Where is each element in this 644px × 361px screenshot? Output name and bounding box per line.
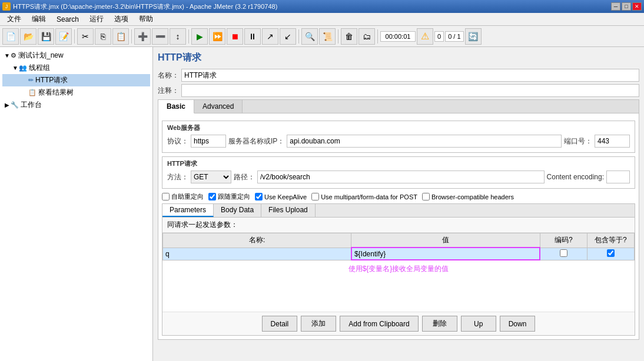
tab-advanced[interactable]: Advanced [194,100,243,113]
table-row[interactable]: q ${Identify} [163,248,635,260]
close-button[interactable]: ✕ [632,2,642,11]
add-button[interactable]: ➕ [134,28,151,45]
bottom-buttons: Detail 添加 Add from Clipboard 删除 Up Down [162,312,635,335]
menu-options[interactable]: 选项 [109,13,133,25]
method-row: 方法： GET POST PUT DELETE 路径： Content enco… [167,171,630,183]
tree-item-group[interactable]: ▼ 👥 线程组 [2,62,150,74]
encode-checkbox[interactable] [560,249,567,257]
inner-tab-files-upload[interactable]: Files Upload [261,204,316,217]
browser-headers-checkbox[interactable] [422,193,430,200]
checkbox-browser: Browser-compatible headers [422,193,514,200]
search-tool-button[interactable]: 🔍 [301,28,318,45]
http-label: HTTP请求 [35,75,68,85]
add-param-button[interactable]: 添加 [301,316,336,332]
server-input[interactable] [287,135,562,148]
elapsed-time: 00:00:01 [380,31,416,42]
server-row: 协议： 服务器名称或IP： 端口号： [167,135,630,148]
log-button[interactable]: 📜 [319,28,336,45]
method-label: 方法： [167,172,188,182]
new-button[interactable]: 📄 [2,28,19,45]
multipart-checkbox[interactable] [311,193,319,200]
down-button[interactable]: Down [500,316,536,332]
start-no-pause-button[interactable]: ⏩ [209,28,225,45]
cut-button[interactable]: ✂ [77,28,94,45]
checkbox-auto: 自助重定向 [162,192,204,201]
tab-basic[interactable]: Basic [158,100,194,113]
path-input[interactable] [257,171,545,183]
col-value: 值 [351,233,540,248]
encoding-input[interactable] [606,171,630,183]
params-table: 名称: 值 编码? 包含等于? q ${Identify [162,233,635,260]
detail-button[interactable]: Detail [262,316,298,332]
title-bar: J HTTPS请求.jmx (D:\apache-jmeter-3.2\bin\… [0,0,644,13]
inner-tab-parameters[interactable]: Parameters [162,204,214,217]
up-button[interactable]: Up [461,316,496,332]
test-plan-tree: ▼ ⚙ 测试计划_new ▼ 👥 线程组 ✏ HTTP请求 📋 察看结果树 ▶ … [0,47,153,361]
tree-item-result-tree[interactable]: 📋 察看结果树 [2,86,150,99]
stop-button[interactable]: ⏹ [227,28,243,45]
menu-run[interactable]: 运行 [85,13,108,25]
col-name: 名称: [163,233,351,248]
separator-1 [74,29,75,44]
maximize-button[interactable]: □ [622,2,631,11]
menu-help[interactable]: 帮助 [134,13,158,25]
expander-plan: ▼ [4,52,11,59]
start-button[interactable]: ▶ [191,28,208,45]
follow-redirect-checkbox[interactable] [208,193,216,200]
menu-search[interactable]: Search [52,14,84,25]
clear-button[interactable]: 🗑 [341,28,357,45]
method-select[interactable]: GET POST PUT DELETE [191,171,231,183]
inner-tabs-content: 同请求一起发送参数： 名称: 值 编码? 包含等于? [162,218,635,312]
plan-icon: ⚙ [11,52,16,59]
comment-label: 注释： [158,86,179,96]
paste-button[interactable]: 📋 [112,28,129,45]
minimize-button[interactable]: ─ [611,2,620,11]
delete-button[interactable]: 删除 [422,316,457,332]
warning-count: 0 [434,31,444,42]
http-icon: ✏ [28,76,34,84]
warning-icon: ⚠ [417,28,433,45]
menu-bar: 文件 编辑 Search 运行 选项 帮助 [0,13,644,26]
duplicate-button[interactable]: ↕ [170,28,186,45]
panel-title: HTTP请求 [158,52,639,64]
name-input[interactable] [181,69,639,82]
shutdown-button[interactable]: ⏸ [244,28,261,45]
remove-button[interactable]: ➖ [152,28,168,45]
include-checkbox[interactable] [607,249,615,257]
workbench-label: 工作台 [21,100,42,110]
inner-tab-body-data[interactable]: Body Data [214,204,261,217]
saveas-button[interactable]: 📝 [55,28,72,45]
http-request-section: HTTP请求 方法： GET POST PUT DELETE 路径： C [162,156,635,189]
protocol-input[interactable] [191,135,226,148]
refresh-button[interactable]: 🔄 [465,28,482,45]
plan-label: 测试计划_new [18,51,64,61]
tree-item-plan[interactable]: ▼ ⚙ 测试计划_new [2,49,150,62]
keepalive-checkbox[interactable] [255,193,263,200]
app-icon: J [2,2,11,11]
checkbox-row: 自助重定向 跟随重定向 Use KeepAlive Use multi [162,192,635,201]
clear-all-button[interactable]: 🗂 [358,28,375,45]
save-button[interactable]: 💾 [38,28,54,45]
open-button[interactable]: 📂 [20,28,36,45]
auto-redirect-label: 自助重定向 [171,192,204,201]
protocol-label: 协议： [167,136,188,146]
auto-redirect-checkbox[interactable] [162,193,170,200]
separator-6 [377,29,378,44]
right-panel: HTTP请求 名称： 注释： Basic Advanced [153,47,644,361]
result-icon: 📋 [28,89,36,96]
params-header: 同请求一起发送参数： [162,218,635,233]
workbench-icon: 🔧 [11,101,19,109]
menu-file[interactable]: 文件 [2,13,26,25]
menu-edit[interactable]: 编辑 [27,13,51,25]
path-label: 路径： [234,172,255,182]
copy-button[interactable]: ⎘ [95,28,111,45]
remote-stop-button[interactable]: ↙ [280,28,296,45]
tree-item-http[interactable]: ✏ HTTP请求 [2,74,150,86]
tree-item-workbench[interactable]: ▶ 🔧 工作台 [2,99,150,111]
comment-input[interactable] [181,84,639,97]
add-clipboard-button[interactable]: Add from Clipboard [340,316,418,332]
expander-group: ▼ [12,65,19,71]
inner-tabs: Parameters Body Data Files Upload 同请求一起发… [162,203,635,336]
port-input[interactable] [595,135,630,148]
remote-start-button[interactable]: ↗ [262,28,278,45]
